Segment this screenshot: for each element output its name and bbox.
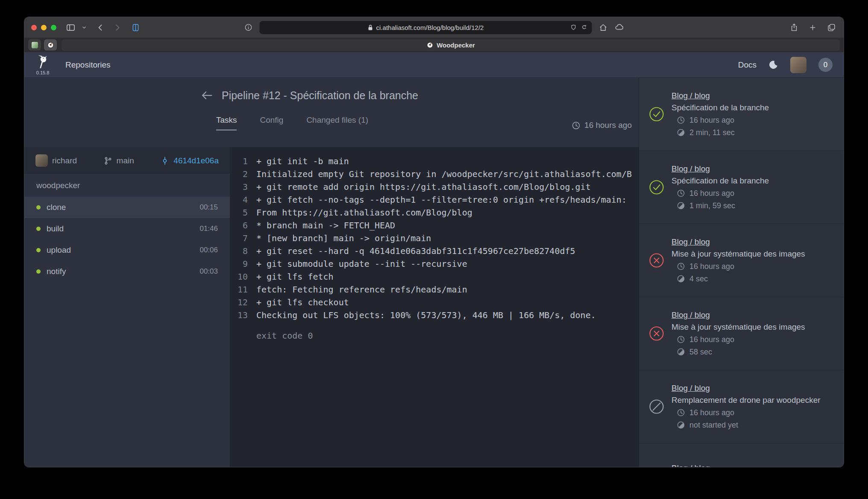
minimize-window-button[interactable] bbox=[41, 25, 47, 30]
pipeline-step[interactable]: upload 00:06 bbox=[24, 239, 230, 261]
pinned-tab-1[interactable] bbox=[28, 39, 41, 50]
counter-badge[interactable]: 0 bbox=[818, 58, 833, 72]
clock-icon bbox=[677, 189, 685, 198]
pinned-tab-2[interactable] bbox=[44, 39, 57, 50]
home-icon[interactable] bbox=[599, 23, 608, 32]
active-tab[interactable]: Woodpecker bbox=[62, 39, 840, 51]
sidebar-toggle-icon[interactable] bbox=[66, 23, 76, 32]
reload-icon[interactable] bbox=[581, 24, 588, 31]
log-line: 11 fetch: Fetching reference refs/heads/… bbox=[230, 283, 639, 296]
start-page-icon[interactable] bbox=[131, 23, 140, 32]
dark-mode-toggle-icon[interactable] bbox=[768, 60, 778, 70]
pipeline-step[interactable]: clone 00:15 bbox=[24, 197, 230, 218]
nav-repositories-link[interactable]: Repositories bbox=[65, 60, 111, 70]
build-repo-link[interactable]: Blog / blog bbox=[672, 310, 710, 320]
build-repo-link[interactable]: Blog / blog bbox=[672, 463, 710, 467]
build-list-item[interactable]: Blog / blog Mise à jour systématique des… bbox=[639, 297, 844, 370]
build-list-item[interactable]: Blog / blog bbox=[639, 443, 844, 467]
build-message: Mise à jour systématique des images bbox=[672, 249, 834, 259]
zoom-window-button[interactable] bbox=[51, 25, 56, 30]
exit-code: exit code 0 bbox=[230, 329, 639, 342]
build-time-row: 16 hours ago bbox=[677, 115, 834, 125]
step-name: notify bbox=[47, 267, 194, 276]
new-tab-icon[interactable] bbox=[809, 24, 817, 32]
step-duration: 00:06 bbox=[199, 246, 218, 254]
build-time-row: 16 hours ago bbox=[677, 407, 834, 418]
build-duration-row: 4 sec bbox=[677, 274, 834, 284]
pipeline-step[interactable]: build 01:46 bbox=[24, 218, 230, 239]
window-controls bbox=[31, 25, 56, 30]
builds-sidebar[interactable]: Blog / blog Spécification de la branche … bbox=[639, 78, 844, 467]
app-version: 0.15.8 bbox=[36, 71, 50, 75]
build-repo-link[interactable]: Blog / blog bbox=[672, 237, 710, 247]
pipeline-tabs: Tasks Config Changed files (1) bbox=[24, 115, 599, 130]
nav-docs-link[interactable]: Docs bbox=[738, 60, 757, 70]
log-line-text: + git submodule update --init --recursiv… bbox=[248, 257, 467, 270]
build-duration: 1 min, 59 sec bbox=[689, 201, 735, 211]
share-icon[interactable] bbox=[790, 23, 798, 32]
pipeline-tab[interactable]: Tasks bbox=[216, 115, 237, 130]
build-time: 16 hours ago bbox=[689, 407, 734, 418]
build-time-row: 16 hours ago bbox=[677, 188, 834, 198]
log-line-text: * branch main -> FETCH_HEAD bbox=[248, 219, 395, 232]
build-repo-link[interactable]: Blog / blog bbox=[672, 383, 710, 393]
tab-overview-icon[interactable] bbox=[827, 23, 836, 32]
steps-panel: richard main 4614d1e06a bbox=[24, 147, 230, 467]
log-line: 3 + git remote add origin https://git.at… bbox=[230, 180, 639, 193]
back-icon[interactable] bbox=[96, 23, 105, 32]
pipeline-tab[interactable]: Config bbox=[260, 115, 283, 130]
step-success-dot bbox=[36, 227, 41, 231]
info-icon[interactable] bbox=[244, 23, 253, 32]
duration-icon bbox=[677, 348, 685, 356]
forward-icon[interactable] bbox=[113, 23, 122, 32]
step-name: clone bbox=[47, 203, 194, 212]
build-duration: not started yet bbox=[689, 420, 738, 430]
duration-icon bbox=[677, 275, 685, 283]
build-list-item[interactable]: Blog / blog Spécification de la branche … bbox=[639, 151, 844, 224]
address-bar[interactable]: ci.athaliasoft.com/Blog/blog/build/12/2 bbox=[260, 21, 592, 34]
pipeline-finished-time: 16 hours ago bbox=[572, 121, 632, 130]
pipeline-step[interactable]: notify 00:03 bbox=[24, 261, 230, 282]
step-success-dot bbox=[36, 269, 41, 274]
branch-icon bbox=[104, 156, 112, 165]
log-line-number: 11 bbox=[230, 283, 248, 296]
log-line: 8 + git reset --hard -q 4614d1e06a3dabf3… bbox=[230, 245, 639, 257]
build-duration: 2 min, 11 sec bbox=[689, 127, 735, 138]
step-duration: 01:46 bbox=[199, 224, 218, 233]
step-success-dot bbox=[36, 205, 41, 210]
build-list-item[interactable]: Blog / blog Remplacement de drone par wo… bbox=[639, 370, 844, 443]
build-list-item[interactable]: Blog / blog Mise à jour systématique des… bbox=[639, 224, 844, 297]
duration-icon bbox=[677, 201, 685, 210]
cloud-tabs-icon[interactable] bbox=[615, 23, 624, 32]
clock-icon bbox=[677, 116, 685, 124]
privacy-shield-icon[interactable] bbox=[570, 24, 577, 31]
chevron-down-icon[interactable] bbox=[82, 25, 87, 30]
log-line-text: + git remote add origin https://git.atha… bbox=[248, 180, 591, 193]
build-list-item[interactable]: Blog / blog Spécification de la branche … bbox=[639, 78, 844, 151]
log-line-text: * [new branch] main -> origin/main bbox=[248, 232, 431, 245]
build-time-row: 16 hours ago bbox=[677, 334, 834, 345]
build-duration-row: 58 sec bbox=[677, 347, 834, 357]
close-window-button[interactable] bbox=[31, 25, 37, 30]
log-line-text: + git reset --hard -q 4614d1e06a3dabf311… bbox=[248, 245, 575, 257]
build-duration-row: 2 min, 11 sec bbox=[677, 127, 834, 138]
build-repo-link[interactable]: Blog / blog bbox=[672, 164, 710, 174]
user-avatar[interactable] bbox=[790, 57, 806, 73]
duration-icon bbox=[677, 128, 685, 137]
build-duration: 58 sec bbox=[689, 347, 712, 357]
build-repo-link[interactable]: Blog / blog bbox=[672, 91, 710, 101]
commit-branch: main bbox=[104, 156, 134, 165]
back-button[interactable] bbox=[200, 89, 213, 102]
log-panel[interactable]: 1 + git init -b main 2 Initialized empty… bbox=[230, 147, 639, 467]
build-message: Spécification de la branche bbox=[672, 103, 834, 113]
log-line-number: 5 bbox=[230, 206, 248, 219]
commit-link[interactable]: 4614d1e06a bbox=[161, 156, 219, 165]
log-line: 7 * [new branch] main -> origin/main bbox=[230, 232, 639, 245]
commit-icon bbox=[161, 156, 169, 165]
build-time: 16 hours ago bbox=[689, 261, 734, 272]
woodpecker-logo[interactable]: 0.15.8 bbox=[35, 55, 50, 75]
log-line: 1 + git init -b main bbox=[230, 155, 639, 168]
log-line-number: 7 bbox=[230, 232, 248, 245]
step-success-dot bbox=[36, 248, 41, 252]
pipeline-tab[interactable]: Changed files (1) bbox=[306, 115, 368, 130]
